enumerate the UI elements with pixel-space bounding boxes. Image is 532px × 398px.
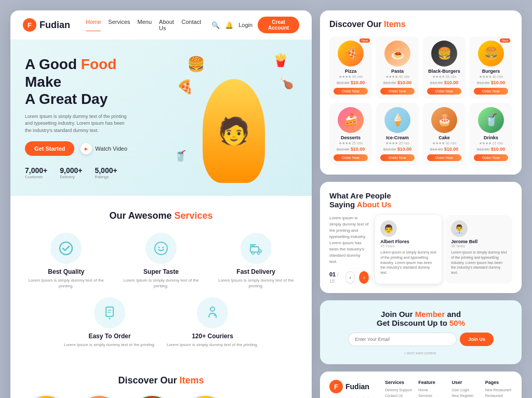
footer-new-register[interactable]: New Register <box>452 394 479 397</box>
cake-image: 🎂 <box>431 107 457 133</box>
service-fast-delivery: Fast Delivery Lorem Ipsum is simply dumm… <box>212 233 299 289</box>
discover-right-title: Discover Our Items <box>329 20 512 29</box>
svg-point-9 <box>210 307 215 311</box>
create-account-button[interactable]: Creat Account <box>258 17 299 33</box>
svg-rect-7 <box>106 307 113 316</box>
hero-section: A Good Food Make A Great Day Lorem Ipsum… <box>10 40 312 196</box>
testimonials-next-button[interactable]: › <box>359 271 369 284</box>
right-panel: Discover Our Items New 🍕 Pizza ★★★★ 45 m… <box>320 10 522 398</box>
nav-contact[interactable]: Contact <box>181 19 201 31</box>
join-button[interactable]: Join Us <box>460 333 494 346</box>
nav-home[interactable]: Home <box>86 19 101 31</box>
burger-price: $12.00 $10.00 <box>474 80 508 85</box>
services-section: Our Awesome Services Best Quality Lorem … <box>10 196 312 363</box>
hero-buttons: Get Started ▶ Watch Video <box>25 141 155 156</box>
item-drinks: 🥤 Drinks ★★★★ 15 min $12.00 $10.00 Order… <box>470 103 512 165</box>
food-pizza-float: 🍕 <box>177 79 193 95</box>
cake-rating: ★★★★ 30 min <box>427 141 461 145</box>
footer-user-login[interactable]: User Login <box>452 388 479 392</box>
super-taste-icon <box>145 233 177 264</box>
footer-section: F Fudian Lorem ipsum is simply dummy tex… <box>320 372 522 398</box>
order-black-burger-button[interactable]: Order Now <box>427 88 461 95</box>
food-item-burger: 🍔 <box>129 394 176 398</box>
black-burger-image: 🍔 <box>431 41 457 67</box>
testimonials-left: Lorem ipsum is simply dummy text of the … <box>329 215 369 284</box>
food-item-fries: 🍟 <box>182 394 229 398</box>
svg-point-8 <box>109 318 111 320</box>
drinks-rating: ★★★★ 15 min <box>474 141 508 145</box>
item-cake: 🎂 Cake ★★★★ 30 min $12.00 $10.00 Order N… <box>423 103 466 165</box>
footer-delivery-support[interactable]: Delivery Support <box>385 388 412 392</box>
watch-video-button[interactable]: ▶ Watch Video <box>81 143 127 154</box>
pizza-price: $12.00 $10.00 <box>334 80 368 85</box>
footer-restaurant-detail[interactable]: Restaurant Detail <box>485 394 512 398</box>
best-quality-icon <box>50 233 82 264</box>
delivery-person: 🧑 <box>203 79 265 183</box>
hero-title: A Good Food Make A Great Day <box>25 56 155 108</box>
nav-services[interactable]: Services <box>108 19 130 31</box>
service-easy-order: Easy To Order Lorem Ipsum is simply dumm… <box>62 297 157 348</box>
footer-brand-col: F Fudian Lorem ipsum is simply dummy tex… <box>329 380 379 398</box>
footer-new-restaurant[interactable]: New Restaurant <box>485 388 512 392</box>
footer-user-col: User User Login New Register Forgot Pass… <box>452 380 479 398</box>
svg-point-0 <box>60 242 72 255</box>
item-desserts: 🍰 Desserts ★★★★ 25 min $12.00 $10.00 Ord… <box>329 103 372 165</box>
get-started-button[interactable]: Get Started <box>25 141 74 156</box>
testimonials-count: 01 / 15 <box>329 271 341 284</box>
order-dessert-button[interactable]: Order Now <box>334 154 368 161</box>
order-cake-button[interactable]: Order Now <box>427 154 461 161</box>
nav-links: Home Services Menu About Us Contact <box>86 19 201 31</box>
hero-stats: 7,000+ Customer 9,000+ Delivery 5,000+ R… <box>25 166 155 179</box>
search-icon[interactable]: 🔍 <box>211 21 220 29</box>
item-pizza: New 🍕 Pizza ★★★★ 45 min $12.00 $10.00 Or… <box>329 36 372 99</box>
food-wing-float: 🍗 <box>280 76 294 90</box>
svg-rect-4 <box>250 247 259 252</box>
newsletter-form: Join Us <box>348 333 494 346</box>
order-pasta-button[interactable]: Order Now <box>380 88 415 95</box>
testimonials-body: Lorem ipsum is simply dummy text of the … <box>329 215 512 284</box>
mcdonalds-float: 🥤 <box>174 150 187 162</box>
couriers-icon <box>197 297 228 328</box>
hero-image: 🧑 🍔 🍟 🍕 🍗 🥤 <box>166 45 301 185</box>
albert-avatar: 👨 <box>380 220 397 237</box>
newsletter-terms: I don't want content. <box>329 351 512 355</box>
bell-icon[interactable]: 🔔 <box>225 21 233 29</box>
nav-about[interactable]: About Us <box>159 19 174 31</box>
black-burger-price: $12.00 $10.00 <box>427 80 461 85</box>
footer-logo-icon: F <box>329 380 343 393</box>
brand-name: Fudian <box>39 20 70 31</box>
footer-feature-col: Feature Home Services Terms About Us <box>418 380 445 398</box>
newsletter-title: Join Our Member and Get Discount Up to 5… <box>329 310 512 327</box>
burger-rating: ★★★★ 30 min <box>474 75 508 79</box>
item-burger: New 🍔 Burgers ★★★★ 30 min $12.00 $10.00 … <box>470 36 512 99</box>
hero-description: Lorem Ipsum is simply dummy text of the … <box>25 113 129 135</box>
food-burger-float: 🍔 <box>187 56 205 73</box>
fast-delivery-icon <box>241 233 272 264</box>
login-button[interactable]: Login <box>238 22 252 28</box>
services-grid-top: Best Quality Lorem Ipsum is simply dummy… <box>23 233 299 289</box>
email-input[interactable] <box>348 333 457 346</box>
order-pizza-button[interactable]: Order Now <box>334 88 368 95</box>
jerome-avatar: 👨‍💼 <box>451 220 468 237</box>
badge-new-burger: New <box>500 38 510 43</box>
food-fries-float: 🍟 <box>273 53 288 68</box>
cake-price: $12.00 $10.00 <box>427 147 461 152</box>
footer-contact-us[interactable]: Contact Us <box>385 394 412 397</box>
nav-actions: 🔍 🔔 Login Creat Account <box>211 17 299 33</box>
service-best-quality: Best Quality Lorem Ipsum is simply dummy… <box>23 233 110 289</box>
order-drinks-button[interactable]: Order Now <box>474 154 508 161</box>
services-grid-bottom: Easy To Order Lorem Ipsum is simply dumm… <box>62 297 260 348</box>
footer-pages-col: Pages New Restaurant Restaurant Detail A… <box>485 380 512 398</box>
item-black-burger: 🍔 Black-Burgers ★★★★ 35 min $12.00 $10.0… <box>423 36 466 99</box>
testimonial-albert: 👨 Albert Flores 45 Years Lorem ipsum is … <box>375 215 442 284</box>
footer-feature-services[interactable]: Services <box>418 394 445 397</box>
testimonials-prev-button[interactable]: ‹ <box>345 271 355 284</box>
order-icecream-button[interactable]: Order Now <box>380 154 415 161</box>
dessert-price: $12.00 $10.00 <box>334 147 368 152</box>
nav-menu[interactable]: Menu <box>138 19 152 31</box>
order-burger-button[interactable]: Order Now <box>474 88 508 95</box>
food-item-pizza: 🍕 <box>23 394 70 398</box>
services-title: Our Awesome Services <box>23 210 299 221</box>
pasta-price: $12.00 $10.00 <box>380 80 415 85</box>
footer-feature-home[interactable]: Home <box>418 388 445 392</box>
